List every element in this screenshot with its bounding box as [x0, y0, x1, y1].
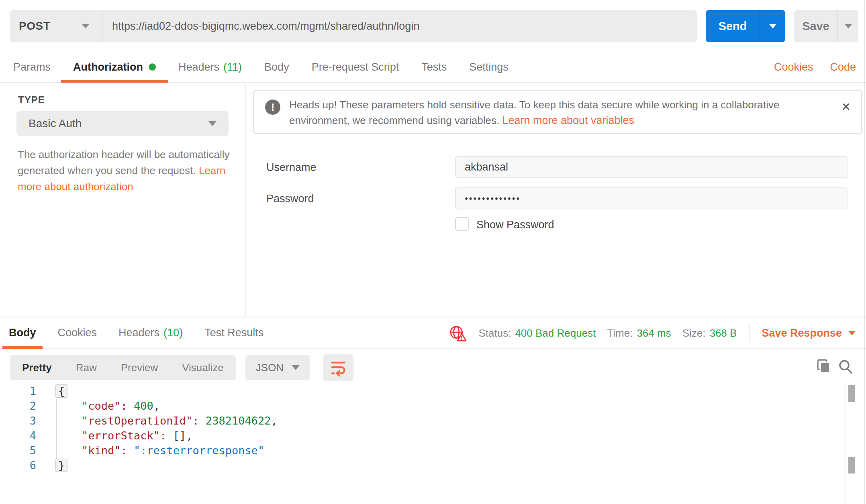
banner-message: Heads up! These parameters hold sensitiv… [289, 97, 833, 133]
divider [749, 324, 750, 342]
status-label: Status: [478, 327, 511, 339]
username-value: akbansal [465, 161, 508, 173]
view-tab-preview[interactable]: Preview [109, 362, 170, 374]
editor-scrollbar-track [846, 384, 846, 504]
view-tab-raw[interactable]: Raw [64, 362, 109, 374]
tab-headers[interactable]: Headers (11) [178, 52, 242, 82]
tab-body[interactable]: Body [264, 52, 289, 82]
code-line: 2 "code": 400, [0, 398, 848, 413]
save-options-button[interactable] [838, 24, 858, 28]
request-bar: POST https://iad02-ddos-bigiqmc.webex.co… [10, 10, 697, 42]
editor-scrollbar-thumb[interactable] [848, 385, 855, 402]
line-number[interactable]: 2 [0, 400, 36, 412]
response-tab-headers[interactable]: Headers (10) [118, 317, 183, 348]
exclamation-circle-icon: ! [265, 100, 280, 115]
response-tab-cookies[interactable]: Cookies [58, 317, 97, 348]
format-value: JSON [256, 362, 284, 374]
url-value: https://iad02-ddos-bigiqmc.webex.com/mgm… [112, 20, 419, 33]
copy-icon [815, 358, 832, 375]
auth-type-value: Basic Auth [29, 117, 82, 130]
response-meta-bar: Status: 400 Bad Request Time: 364 ms Siz… [449, 317, 856, 349]
view-tab-pretty[interactable]: Pretty [10, 362, 64, 374]
page-scrollbar[interactable] [864, 0, 865, 504]
chevron-down-icon [82, 24, 90, 28]
active-tab-underline [2, 346, 43, 349]
chevron-down-icon [848, 331, 856, 335]
tab-authorization[interactable]: Authorization [73, 52, 156, 82]
send-label: Send [706, 20, 760, 33]
send-options-button[interactable] [760, 24, 785, 28]
size-label: Size: [682, 327, 706, 339]
search-icon [837, 358, 854, 375]
search-button[interactable] [837, 358, 854, 375]
headers-count: (11) [223, 61, 242, 73]
status-value: 400 Bad Request [515, 327, 596, 339]
chevron-down-icon [292, 365, 300, 370]
size-group: Size: 368 B [682, 327, 737, 339]
pane-scrollbar-thumb[interactable] [848, 457, 855, 474]
wrap-lines-icon [329, 358, 347, 377]
save-label: Save [794, 20, 837, 33]
response-tab-test-results[interactable]: Test Results [204, 317, 263, 348]
response-view-toolbar: Pretty Raw Preview Visualize JSON [10, 354, 353, 381]
chevron-down-icon [844, 24, 852, 28]
url-input[interactable]: https://iad02-ddos-bigiqmc.webex.com/mgm… [102, 10, 697, 42]
username-label: Username [266, 161, 317, 174]
line-number[interactable]: 6 [0, 459, 36, 471]
code-line: 3 "restOperationId": 2382104622, [0, 413, 848, 428]
size-value: 368 B [709, 327, 737, 339]
close-icon[interactable]: ✕ [841, 100, 851, 133]
response-body-json: 1 { 2 "code": 400, 3 "restOperationId": … [0, 384, 848, 473]
time-label: Time: [607, 327, 633, 339]
cookies-link[interactable]: Cookies [774, 61, 813, 73]
view-mode-segmented-control: Pretty Raw Preview Visualize [10, 355, 236, 380]
line-number[interactable]: 5 [0, 444, 36, 457]
code-line: 4 "errorStack": [], [0, 428, 848, 443]
learn-more-variables-link[interactable]: Learn more about variables [502, 114, 634, 126]
send-button[interactable]: Send [706, 10, 785, 42]
line-number[interactable]: 1 [0, 385, 36, 397]
line-number[interactable]: 3 [0, 415, 36, 427]
copy-button[interactable] [815, 358, 832, 375]
password-label: Password [266, 193, 314, 205]
response-tab-body[interactable]: Body [9, 317, 36, 348]
time-value: 364 ms [637, 327, 671, 339]
auth-type-label: TYPE [18, 94, 45, 106]
response-headers-count: (10) [163, 327, 183, 339]
auth-configured-dot [149, 63, 156, 71]
line-number[interactable]: 4 [0, 429, 36, 442]
active-tab-underline [61, 80, 168, 83]
save-response-button[interactable]: Save Response [762, 327, 856, 339]
request-tabs: Params Authorization Headers (11) Body P… [0, 52, 866, 83]
password-masked-value: ••••••••••••• [465, 193, 521, 204]
sensitive-data-banner: ! Heads up! These parameters hold sensit… [253, 90, 862, 134]
time-group: Time: 364 ms [607, 327, 671, 339]
show-password-label: Show Password [476, 219, 554, 231]
status-group: Status: 400 Bad Request [478, 327, 596, 339]
tab-tests[interactable]: Tests [421, 52, 447, 82]
username-field[interactable]: akbansal [455, 156, 848, 178]
method-label: POST [19, 20, 50, 33]
network-error-icon [449, 324, 467, 342]
tab-prerequest-script[interactable]: Pre-request Script [312, 52, 399, 82]
save-button[interactable]: Save [794, 10, 858, 42]
code-line: 1 { [0, 384, 848, 398]
auth-description: The authorization header will be automat… [18, 146, 237, 195]
view-tab-visualize[interactable]: Visualize [170, 362, 236, 374]
password-field[interactable]: ••••••••••••• [455, 187, 848, 209]
method-select[interactable]: POST [10, 10, 102, 42]
code-line: 6 } [0, 458, 848, 473]
code-link[interactable]: Code [830, 61, 856, 73]
chevron-down-icon [208, 121, 216, 126]
show-password-checkbox[interactable] [455, 217, 469, 231]
auth-type-select[interactable]: Basic Auth [16, 111, 229, 136]
wrap-lines-button[interactable] [323, 354, 353, 381]
chevron-down-icon [769, 24, 776, 28]
panel-divider [245, 83, 246, 317]
tab-settings[interactable]: Settings [469, 52, 509, 82]
tab-params[interactable]: Params [13, 52, 51, 82]
code-line: 5 "kind": ":resterrorresponse" [0, 443, 848, 458]
format-select[interactable]: JSON [245, 355, 310, 380]
